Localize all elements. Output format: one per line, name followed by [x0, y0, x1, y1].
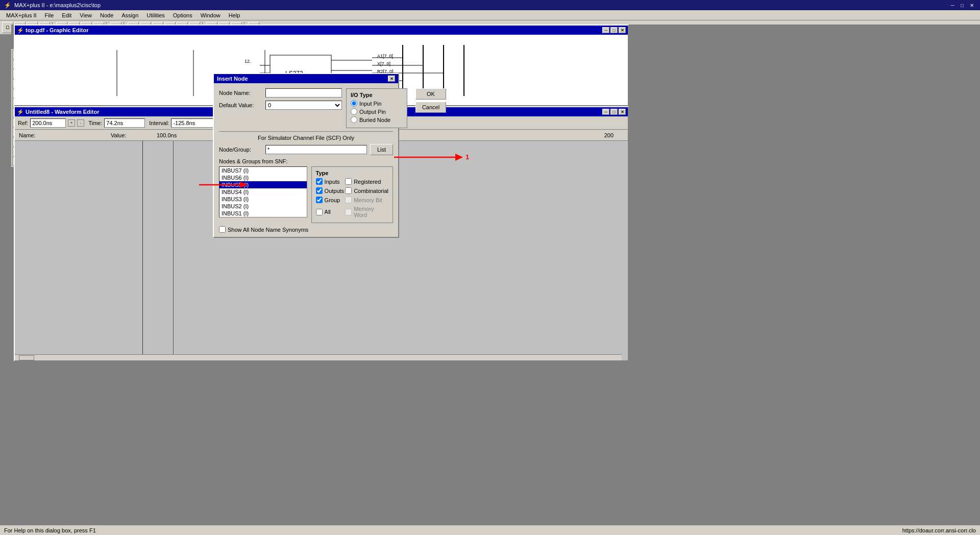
group-label: Group	[325, 197, 340, 203]
ge-minimize[interactable]: ─	[602, 27, 609, 33]
registered-row: Registered	[345, 178, 388, 185]
value-header: Value:	[111, 132, 146, 138]
list-item[interactable]: INBUS4 (I)	[219, 188, 307, 196]
list-item[interactable]: INBUS1 (I)	[219, 210, 307, 217]
menu-assign[interactable]: Assign	[117, 11, 142, 19]
dialog-title: Insert Node ✕	[214, 74, 398, 83]
ok-button[interactable]: OK	[415, 88, 446, 100]
cursor-time	[173, 141, 174, 360]
name-header: Name:	[19, 132, 111, 138]
close-button[interactable]: ✕	[968, 3, 976, 8]
scf-label: For Simulator Channel File (SCF) Only	[219, 135, 393, 141]
menu-utilities[interactable]: Utilities	[142, 11, 168, 19]
status-right: https://doaur.corr.ansi-corr.clo	[902, 527, 976, 533]
all-row: All	[316, 206, 345, 218]
synonyms-checkbox[interactable]	[219, 226, 226, 233]
time-label: Time:	[88, 120, 102, 126]
menu-node[interactable]: Node	[96, 11, 117, 19]
timeline-200: 200	[604, 132, 614, 138]
we-maximize[interactable]: □	[610, 109, 618, 115]
action-buttons: OK Cancel	[415, 88, 446, 113]
waveform-editor-title-text: ⚡ Untitled8 - Waveform Editor	[17, 109, 100, 115]
list-item[interactable]: INBUS7 (I)	[219, 167, 307, 174]
type-box: Type Inputs Registered	[311, 166, 393, 223]
memory-word-label: Memory Word	[354, 206, 388, 218]
output-pin-radio[interactable]	[351, 108, 357, 115]
node-name-input[interactable]	[265, 88, 342, 98]
memory-bit-checkbox[interactable]	[345, 197, 352, 203]
menu-help[interactable]: Help	[225, 11, 244, 19]
menu-window[interactable]: Window	[197, 11, 225, 19]
registered-checkbox[interactable]	[345, 178, 352, 185]
menu-options[interactable]: Options	[169, 11, 197, 19]
buried-node-label: Buried Node	[359, 117, 390, 123]
ref-minus[interactable]: -	[77, 119, 84, 127]
registered-label: Registered	[354, 179, 381, 185]
memory-word-checkbox[interactable]	[345, 209, 352, 215]
default-value-row: Default Value: 0 1	[219, 101, 342, 110]
inputs-row: Inputs	[316, 178, 345, 185]
nodes-listbox[interactable]: INBUS7 (I)INBUS6 (I)INBUS5 (I)INBUS4 (I)…	[219, 166, 307, 217]
combinatorial-checkbox[interactable]	[345, 187, 352, 194]
cursor-ref	[142, 141, 143, 360]
list-item[interactable]: INBUS6 (I)	[219, 174, 307, 181]
list-item[interactable]: INBUS3 (I)	[219, 196, 307, 203]
io-type-title: I/O Type	[351, 92, 403, 98]
buried-node-row: Buried Node	[351, 116, 403, 123]
node-group-input[interactable]	[265, 145, 367, 154]
list-item[interactable]: INBUS0 (I)	[219, 217, 307, 217]
inputs-checkbox[interactable]	[316, 178, 323, 185]
ref-input[interactable]	[30, 118, 66, 128]
buried-node-radio[interactable]	[351, 116, 357, 123]
list-item[interactable]: INBUS5 (I)	[219, 181, 307, 188]
dialog-title-text: Insert Node	[217, 76, 248, 82]
menu-bar: MAX+plus II File Edit View Node Assign U…	[0, 10, 980, 20]
type-title: Type	[316, 170, 388, 176]
we-close[interactable]: ✕	[619, 109, 626, 115]
left-fields: Node Name: Default Value: 0 1	[219, 88, 342, 113]
all-label: All	[325, 209, 331, 215]
we-minimize[interactable]: ─	[602, 109, 609, 115]
interval-label: Interval:	[149, 120, 169, 126]
menu-view[interactable]: View	[76, 11, 96, 19]
ge-close[interactable]: ✕	[619, 27, 626, 33]
inputs-label: Inputs	[325, 179, 340, 185]
default-value-select[interactable]: 0 1	[265, 101, 342, 110]
timeline-100: 100.0ns	[157, 132, 177, 138]
interval-input[interactable]	[171, 118, 217, 128]
maximize-button[interactable]: □	[959, 3, 966, 8]
dialog-close-button[interactable]: ✕	[388, 76, 395, 82]
list-item[interactable]: INBUS2 (I)	[219, 203, 307, 210]
io-type-box: I/O Type Input Pin Output Pin Buried Nod…	[346, 88, 407, 128]
title-bar-left: ⚡ MAX+plus II - e:\maxplus2\cisc\top	[4, 2, 101, 9]
outputs-checkbox[interactable]	[316, 187, 323, 194]
cancel-button[interactable]: Cancel	[415, 102, 446, 113]
ge-maximize[interactable]: □	[610, 27, 618, 33]
node-name-row: Node Name:	[219, 88, 342, 98]
combinatorial-label: Combinatorial	[354, 188, 388, 194]
input-pin-label: Input Pin	[359, 101, 381, 107]
nodes-area: INBUS7 (I)INBUS6 (I)INBUS5 (I)INBUS4 (I)…	[219, 166, 393, 223]
all-checkbox[interactable]	[316, 209, 323, 215]
we-window-controls: ─ □ ✕	[602, 109, 626, 115]
main-area: ↖ A ⊕ 🔍 🔎 ✋ ✚ 〰 ⏰ ⊞ 123 ⊡ ⚡ top.gdf - Gr…	[11, 25, 980, 525]
graphic-editor-title: ⚡ top.gdf - Graphic Editor ─ □ ✕	[15, 26, 628, 35]
time-field: Time:	[88, 118, 145, 128]
memory-bit-row: Memory Bit	[345, 197, 388, 203]
input-pin-radio[interactable]	[351, 100, 357, 107]
menu-maxplus[interactable]: MAX+plus II	[2, 11, 41, 19]
top-section: Node Name: Default Value: 0 1 I/O Ty	[219, 88, 393, 128]
menu-edit[interactable]: Edit	[58, 11, 76, 19]
dialog-body: Node Name: Default Value: 0 1 I/O Ty	[214, 83, 398, 237]
minimize-button[interactable]: ─	[949, 3, 957, 8]
ref-plus[interactable]: +	[68, 119, 75, 127]
h-scrollbar[interactable]	[15, 354, 622, 360]
menu-file[interactable]: File	[41, 11, 58, 19]
insert-node-dialog: Insert Node ✕ Node Name: Default Value:	[213, 73, 399, 238]
time-input[interactable]	[104, 118, 145, 128]
list-button[interactable]: List	[370, 144, 393, 155]
title-bar-controls: ─ □ ✕	[949, 3, 976, 8]
combinatorial-row: Combinatorial	[345, 187, 388, 194]
group-checkbox[interactable]	[316, 197, 323, 203]
scroll-thumb[interactable]	[19, 355, 34, 360]
